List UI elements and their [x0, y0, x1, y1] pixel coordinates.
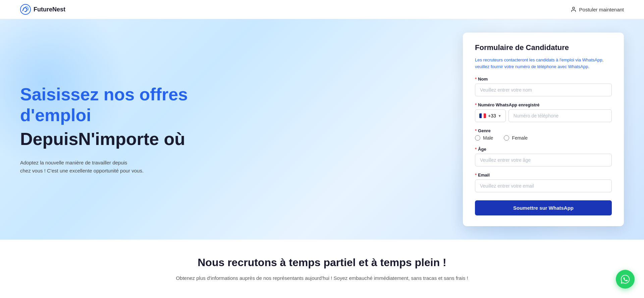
phone-row: +33 ▼	[475, 109, 612, 122]
form-group-phone: * Numéro WhatsApp enregistré +33 ▼	[475, 102, 612, 122]
age-input[interactable]	[475, 154, 612, 166]
form-group-genre: * Genre Male Female	[475, 128, 612, 141]
email-label: * Email	[475, 172, 612, 178]
svg-point-1	[573, 7, 575, 9]
svg-point-0	[20, 4, 31, 14]
nom-label: * Nom	[475, 77, 612, 82]
postuler-button[interactable]: Postuler maintenant	[571, 6, 624, 12]
flag-france	[479, 113, 486, 118]
form-title: Formulaire de Candidature	[475, 43, 612, 52]
nom-input[interactable]	[475, 84, 612, 96]
email-input[interactable]	[475, 180, 612, 192]
logo[interactable]: FutureNest	[20, 4, 65, 15]
genre-label: * Genre	[475, 128, 612, 133]
required-star-age: *	[475, 147, 477, 152]
hero-left: Saisissez nos offres d'emploi DepuisN'im…	[20, 84, 221, 175]
bottom-title: Nous recrutons à temps partiel et à temp…	[20, 256, 624, 269]
female-option[interactable]: Female	[504, 135, 528, 141]
whatsapp-fab[interactable]	[616, 270, 635, 289]
required-star-email: *	[475, 172, 477, 178]
bottom-section: Nous recrutons à temps partiel et à temp…	[0, 240, 644, 296]
country-selector[interactable]: +33 ▼	[475, 109, 506, 122]
submit-button[interactable]: Soumettre sur WhatsApp	[475, 200, 612, 215]
male-radio[interactable]	[475, 135, 480, 141]
male-label: Male	[483, 135, 493, 141]
required-star-phone: *	[475, 102, 477, 107]
navbar: FutureNest Postuler maintenant	[0, 0, 644, 19]
required-star-genre: *	[475, 128, 477, 133]
logo-icon	[20, 4, 31, 15]
form-group-nom: * Nom	[475, 77, 612, 96]
female-radio[interactable]	[504, 135, 509, 141]
chevron-down-icon: ▼	[498, 114, 501, 118]
whatsapp-icon	[620, 274, 630, 284]
form-group-age: * Âge	[475, 147, 612, 166]
form-group-email: * Email	[475, 172, 612, 192]
hero-title-blue: Saisissez nos offres d'emploi	[20, 84, 221, 126]
postuler-label: Postuler maintenant	[579, 7, 624, 12]
phone-input[interactable]	[508, 109, 612, 122]
user-icon	[571, 6, 577, 12]
required-star-nom: *	[475, 77, 477, 82]
age-label: * Âge	[475, 147, 612, 152]
male-option[interactable]: Male	[475, 135, 493, 141]
country-code: +33	[488, 113, 496, 118]
bottom-description: Obtenez plus d'informations auprès de no…	[20, 274, 624, 282]
female-label: Female	[512, 135, 528, 141]
whatsapp-label: * Numéro WhatsApp enregistré	[475, 102, 612, 107]
form-notice: Les recruteurs contacteront les candidat…	[475, 57, 612, 70]
hero-section: Saisissez nos offres d'emploi DepuisN'im…	[0, 19, 644, 240]
hero-description: Adoptez la nouvelle manière de travaille…	[20, 159, 148, 175]
logo-text: FutureNest	[34, 6, 65, 13]
form-card: Formulaire de Candidature Les recruteurs…	[463, 33, 624, 226]
genre-radio-group: Male Female	[475, 135, 612, 141]
hero-title-black: DepuisN'importe où	[20, 129, 221, 149]
